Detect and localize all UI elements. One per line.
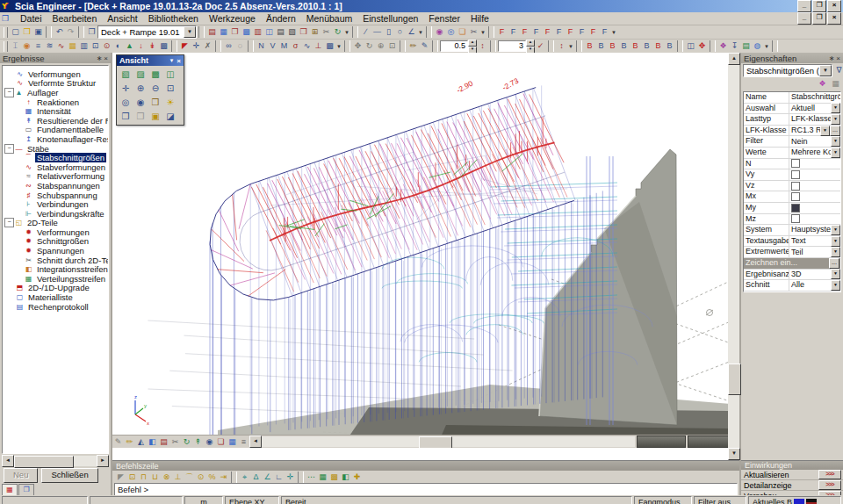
tree-item-integrationsstreifen[interactable]: ◧Integrationsstreifen [3,264,108,274]
printer-icon[interactable]: ▤ [275,26,286,38]
chevron-down-icon[interactable]: ▼ [343,30,350,35]
action-detailanzeige[interactable]: Detailanzeige>>> [741,480,843,491]
circle-icon[interactable]: ○ [394,26,406,38]
view-top-icon[interactable]: ▧ [119,68,133,81]
section-b8-icon[interactable]: B [664,40,675,52]
tree-item-resultierende-der-reaktione[interactable]: ↟Resultierende der Reaktione [3,116,108,126]
close-panel-icon[interactable]: × [836,54,840,62]
section-view-icon[interactable]: ▤ [158,436,169,448]
chevron-down-icon[interactable]: ▼ [567,44,574,49]
property-value[interactable] [789,203,840,213]
copy-picture-icon[interactable]: ❐ [229,26,241,38]
text-scale-spinner-value[interactable]: 3 [498,40,526,52]
activity-icon[interactable]: ◎ [445,26,457,38]
chevron-down-icon[interactable]: ▼ [831,280,840,291]
annotate-icon[interactable]: ✎ [419,40,430,52]
project-combo[interactable]: Deck + Rampe 19.01▼ [97,25,197,39]
line-grid-icon[interactable]: ▦ [317,472,328,483]
clip-icon[interactable]: ✂ [468,26,479,38]
chevron-down-icon[interactable]: ▼ [819,65,832,76]
tree-item-verformungen[interactable]: ✹Verformungen [3,227,108,237]
loadcase-f1-icon[interactable]: F [496,26,508,38]
chevron-down-icon[interactable]: ▼ [169,58,174,63]
chevron-down-icon[interactable]: ▼ [831,269,840,279]
render-image-icon[interactable]: ▤ [206,26,218,38]
property-value[interactable] [789,191,840,202]
snap-intersection-icon[interactable]: ⊗ [161,472,172,483]
new-document-icon[interactable]: ▢ [10,26,21,38]
bim-export-icon[interactable]: ❖ [717,40,729,52]
result-scale-spinner-value[interactable]: 0.5 [440,40,468,52]
select-cursor-icon[interactable]: ◤ [179,40,191,52]
tree-item-spannungen[interactable]: ✹Spannungen [3,246,108,256]
checkbox-vz[interactable] [791,182,800,191]
tree-item-materialliste[interactable]: ▢Materialliste [3,292,108,302]
mdi-minimize-button[interactable]: _ [797,12,811,25]
section-b2-icon[interactable]: B [595,40,607,52]
layers-icon[interactable]: ❏ [457,26,468,38]
plane-grid-icon[interactable]: ◧ [340,472,351,483]
text-scale-spinner[interactable]: 3▲▼ [498,40,535,52]
rib-icon[interactable]: ≋ [44,40,55,52]
command-input[interactable] [114,483,738,496]
undo-icon[interactable]: ↶ [54,26,65,38]
view-front-icon[interactable]: ▨ [133,68,148,81]
binocular-icon[interactable]: ∞ [223,40,234,52]
chevron-down-icon[interactable]: ▼ [831,103,840,113]
status-filter[interactable]: Filter aus [694,496,746,504]
open-folder-icon[interactable]: ❒ [21,26,32,38]
checkbox-my[interactable] [791,204,800,212]
snap-mid-icon[interactable]: ⊔ [149,472,161,483]
mesh-icon[interactable]: ▩ [158,40,169,52]
spinner-arrows-icon[interactable]: ▲▼ [468,40,477,54]
hinge-icon[interactable]: ◐ [112,40,124,52]
spinner-arrows-icon[interactable]: ▲▼ [526,40,535,54]
result-3d-icon[interactable]: ▩ [324,40,335,52]
snap-end-icon[interactable]: ⊓ [138,472,149,483]
camera-icon[interactable]: ◉ [204,436,215,448]
support-icon[interactable]: ▲ [124,40,135,52]
opening-icon[interactable]: ⊡ [90,40,101,52]
tree-item-2d-teile[interactable]: −◱2D-Teile [3,219,108,228]
layer-view-icon[interactable]: ❏ [215,436,227,448]
section-b1-icon[interactable]: B [584,40,595,52]
menu-item-datei[interactable]: Datei [15,13,47,24]
result-reaction-icon[interactable]: ⊥ [313,40,324,52]
cleaner-icon[interactable]: ✂ [321,26,332,38]
structure-tree-icon[interactable]: ↟ [192,436,204,448]
menu-item-ansicht[interactable]: Ansicht [102,13,142,24]
palette-icon[interactable]: ❖ [817,78,828,90]
tree-item-schubspannung[interactable]: ♯Schubspannung [3,191,108,200]
vp-vscroll-thumb[interactable] [728,364,741,395]
expand-collapse-icon[interactable]: − [4,144,14,154]
property-value[interactable]: Nein▼ [789,136,840,147]
tree-item-verbindungen[interactable]: ⊦Verbindungen [3,199,108,209]
chevron-down-icon[interactable]: ▼ [820,126,830,136]
expand-collapse-icon[interactable]: − [4,218,14,227]
team-icon[interactable]: ▤ [740,40,752,52]
snap-length-icon[interactable]: ⇥ [218,472,229,483]
tendon-icon[interactable]: ∿ [55,40,67,52]
photo-view-icon[interactable]: ▦ [218,26,229,38]
zoom-all-icon[interactable]: ◎ [119,96,133,109]
regen-view-icon[interactable]: ↻ [181,436,192,448]
chevron-down-icon[interactable]: ▼ [831,225,840,235]
shade-icon[interactable]: ◧ [147,436,158,448]
status-snap-mode[interactable]: Fangmodus [634,496,692,504]
tree-item-schnittgr-en[interactable]: ✹Schnittgrößen [3,237,108,247]
select-pointer-icon[interactable]: ◤ [115,472,126,483]
property-value[interactable] [789,159,840,169]
cursor-snap-icon[interactable]: ✛ [285,472,296,483]
document-view-icon[interactable]: ▥ [252,26,263,38]
snap-orthogonal-icon[interactable]: ⊥ [172,472,184,483]
perspective-icon[interactable]: ◪ [163,110,177,123]
export-folder-icon[interactable]: ❒ [298,26,309,38]
regenerate-icon[interactable]: ↻ [332,26,343,38]
section-b3-icon[interactable]: B [607,40,618,52]
property-value[interactable]: Teil▼ [789,247,840,257]
toolbar-grip[interactable] [4,27,8,38]
chevron-down-icon[interactable]: ▼ [417,30,424,35]
close-ansicht-icon[interactable]: × [177,57,181,65]
member-icon[interactable]: ⌶ [10,40,21,52]
tree-item-knotenauflager-resultierenc[interactable]: ↥Knotenauflager-Resultierenc [3,134,108,144]
